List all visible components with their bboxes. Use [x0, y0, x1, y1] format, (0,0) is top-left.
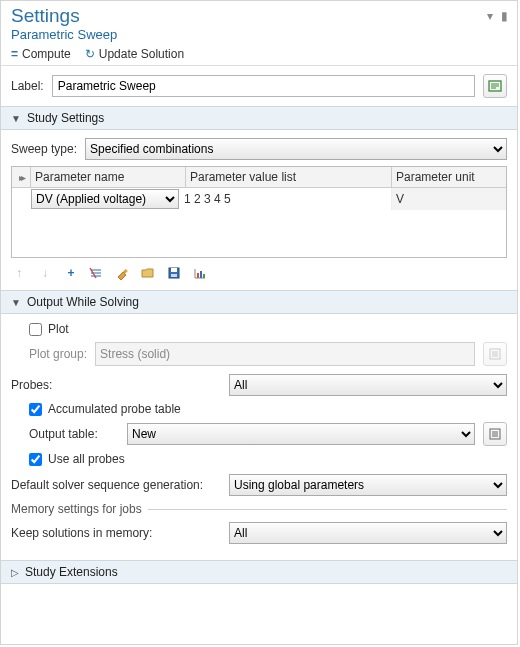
plot-group-select: Stress (solid) [95, 342, 475, 366]
settings-list-icon [489, 348, 501, 360]
svg-rect-10 [171, 268, 177, 272]
col-parameter-values[interactable]: Parameter value list [186, 167, 392, 187]
parameter-table: ▸▸ Parameter name Parameter value list P… [11, 166, 507, 258]
settings-list-icon [489, 428, 501, 440]
param-unit-cell[interactable]: V [391, 188, 506, 210]
section-title-extensions: Study Extensions [25, 565, 118, 579]
tag-icon [488, 79, 502, 93]
sweep-type-select-wrap: Specified combinations [85, 138, 507, 160]
update-solution-button[interactable]: ↻ Update Solution [85, 47, 184, 61]
output-table-settings-button[interactable] [483, 422, 507, 446]
default-solver-label: Default solver sequence generation: [11, 478, 221, 492]
sweep-type-label: Sweep type: [11, 142, 77, 156]
clear-table-icon[interactable] [115, 266, 131, 280]
use-all-probes-label: Use all probes [48, 452, 125, 466]
probes-label: Probes: [11, 378, 221, 392]
action-toolbar: = Compute ↻ Update Solution [1, 44, 517, 66]
table-row: DV (Applied voltage) 1 2 3 4 5 V [12, 188, 506, 210]
output-table-select[interactable]: New [127, 423, 475, 445]
default-solver-select[interactable]: Using global parameters [229, 474, 507, 496]
plot-label: Plot [48, 322, 69, 336]
output-table-label: Output table: [29, 427, 119, 441]
section-header-extensions[interactable]: ▷ Study Extensions [1, 560, 517, 584]
parameter-table-header: ▸▸ Parameter name Parameter value list P… [12, 167, 506, 188]
section-header-output[interactable]: ▼ Output While Solving [1, 290, 517, 314]
accumulated-probe-checkbox[interactable] [29, 403, 42, 416]
move-up-icon: ↑ [11, 266, 27, 280]
plot-preview-icon[interactable] [193, 266, 209, 280]
collapse-icon: ▼ [11, 297, 21, 308]
section-title-output: Output While Solving [27, 295, 139, 309]
label-tag-button[interactable] [483, 74, 507, 98]
label-input[interactable] [52, 75, 475, 97]
panel-title-row: Settings ▾ ▮ [1, 1, 517, 27]
settings-panel: Settings ▾ ▮ Parametric Sweep = Compute … [0, 0, 518, 645]
section-title-study: Study Settings [27, 111, 104, 125]
param-name-select[interactable]: DV (Applied voltage) [31, 189, 179, 209]
plot-group-label: Plot group: [29, 347, 87, 361]
section-body-output: Plot Plot group: Stress (solid) Probes: … [1, 314, 517, 560]
compute-button[interactable]: = Compute [11, 47, 71, 61]
section-body-study: Sweep type: Specified combinations ▸▸ Pa… [1, 130, 517, 290]
delete-row-icon[interactable] [89, 266, 105, 280]
save-icon[interactable] [167, 266, 183, 280]
memory-settings-label: Memory settings for jobs [11, 502, 142, 516]
compute-icon: = [11, 47, 18, 61]
expand-icon: ▷ [11, 567, 19, 578]
panel-subtitle: Parametric Sweep [1, 27, 517, 44]
section-header-study-settings[interactable]: ▼ Study Settings [1, 106, 517, 130]
probes-select[interactable]: All [229, 374, 507, 396]
svg-rect-15 [200, 271, 202, 278]
use-all-probes-checkbox[interactable] [29, 453, 42, 466]
keep-solutions-label: Keep solutions in memory: [11, 526, 221, 540]
panel-tools: ▾ ▮ [485, 9, 509, 23]
collapse-icon: ▼ [11, 113, 21, 124]
move-down-icon: ↓ [37, 266, 53, 280]
panel-title: Settings [11, 5, 485, 27]
plot-checkbox[interactable] [29, 323, 42, 336]
memory-settings-header: Memory settings for jobs [11, 502, 507, 516]
svg-rect-11 [171, 274, 177, 277]
refresh-icon: ↻ [85, 47, 95, 61]
keep-solutions-select[interactable]: All [229, 522, 507, 544]
label-row: Label: [1, 66, 517, 106]
label-label: Label: [11, 79, 44, 93]
open-file-icon[interactable] [141, 266, 157, 280]
table-select-all-icon[interactable]: ▸▸ [12, 167, 31, 187]
sweep-type-select[interactable]: Specified combinations [85, 138, 507, 160]
col-parameter-name[interactable]: Parameter name [31, 167, 186, 187]
param-values-cell[interactable]: 1 2 3 4 5 [180, 188, 391, 210]
svg-rect-14 [197, 273, 199, 278]
panel-menu-icon[interactable]: ▾ [485, 9, 495, 23]
table-icon-toolbar: ↑ ↓ + [11, 258, 507, 280]
col-parameter-unit[interactable]: Parameter unit [392, 167, 506, 187]
plot-group-settings-button [483, 342, 507, 366]
svg-rect-16 [203, 274, 205, 278]
panel-pin-icon[interactable]: ▮ [499, 9, 509, 23]
add-row-icon[interactable]: + [63, 266, 79, 280]
accumulated-probe-label: Accumulated probe table [48, 402, 181, 416]
